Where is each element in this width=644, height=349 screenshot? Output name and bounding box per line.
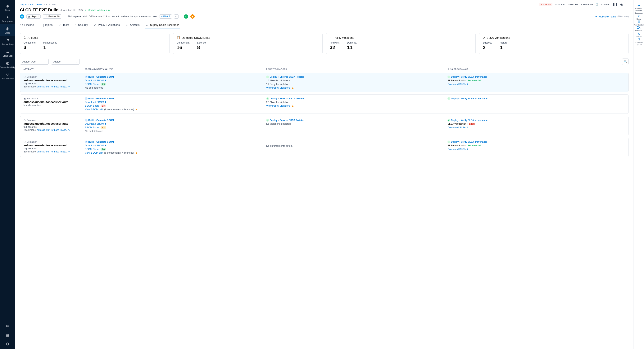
warning-icon: ▲ [292,104,294,107]
card-artifacts: ⬡ArtifactsContainers3Repositories1 [20,33,170,54]
page-title: CI CD FF E2E Build [20,8,58,13]
update-latest-link[interactable]: Update to latest run [88,9,110,12]
nav-item-generic1[interactable]: ▭ [0,321,15,330]
sbom-score-link[interactable]: SBOM Score [85,104,100,107]
nav-item-cloud-cost[interactable]: ☁Cloud Cost [0,47,15,59]
allow-violations: 10 Allow list violations [266,79,444,82]
enforce-step[interactable]: Enforce SSCA Policies [280,76,304,78]
repo-icon: ▣ [28,15,30,18]
repo-pill[interactable]: ▣Repo 1 [26,14,40,19]
tab-pipeline[interactable]: ⎔Pipeline [20,21,34,29]
edit-icon[interactable]: ✎ [68,85,70,88]
edit-icon[interactable]: ✎ [68,150,70,153]
tab-security[interactable]: ⌖Security [75,21,88,29]
download-sbom-link[interactable]: Download SBOM ⬇ [85,79,106,82]
view-drift-link[interactable]: View SBOM drift [85,151,103,154]
card-detected-sbom-drifts: 📋Detected SBOM DriftsComponent16License8 [173,33,322,54]
sbom-score-link[interactable]: SBOM Score [85,83,100,86]
artifact-select[interactable]: Artifact⌄ [51,59,80,65]
rail-policies[interactable]: ◎Policies [634,32,644,38]
download-sbom-link[interactable]: Download SBOM ⬇ [85,101,106,104]
deploy-step[interactable]: Deploy [270,97,277,100]
breadcrumb-builds[interactable]: Builds [36,3,43,6]
generate-step[interactable]: Generate SBOM [96,141,114,143]
download-sbom-link[interactable]: Download SBOM ⬇ [85,144,106,147]
view-violations-link[interactable]: View Policy Violations [266,104,290,107]
generate-step[interactable]: Generate SBOM [96,97,114,100]
rail-notify[interactable]: ✈Notify [634,14,644,20]
left-sidebar: ◆Home▲Deployments◉Builds⚑Feature Flags☁C… [0,0,15,349]
rail-advanced-options[interactable]: ⚙Advanced Options [634,38,644,46]
breadcrumb-project[interactable]: Project name [20,3,34,6]
warning-icon: ▲ [135,108,138,111]
user-avatar[interactable]: ◍ [20,14,24,19]
builds-icon: ◉ [0,26,15,31]
feature-pill[interactable]: ⎇Feature 10 [43,14,61,19]
nav-item-security-tests[interactable]: 🛡Security Tests [0,70,15,82]
deploy-step[interactable]: Deploy [451,76,458,78]
nav-item-deployments[interactable]: ▲Deployments [0,13,15,24]
nav-item-builds[interactable]: ◉Builds [0,24,15,36]
nav-item-generic2[interactable]: ▦ [0,330,15,340]
deploy-step[interactable]: Deploy [451,97,458,100]
summary-cards: ⬡ArtifactsContainers3Repositories1📋Detec… [20,33,629,54]
webhook-icon: ⟳ [595,15,597,18]
base-image-link[interactable]: autoscale/url-for-base-image.. [37,85,68,88]
sbom-score-link[interactable]: SBOM Score [85,148,100,151]
generate-step[interactable]: Generate SBOM [96,76,114,78]
download-sbom-link[interactable]: Download SBOM ⬇ [85,122,106,125]
step-success-icon: ✓ [448,119,450,122]
pause-button[interactable]: ❚❚ [612,3,618,6]
tab-inputs[interactable]: →]Inputs [40,21,53,29]
generate-step[interactable]: Generate SBOM [96,119,114,122]
verify-step[interactable]: Verify SLSA provenance [461,141,487,143]
build-step[interactable]: Build [88,141,94,143]
more-menu-button[interactable]: ⋮ [626,3,629,6]
feature-flags-icon: ⚑ [0,38,15,42]
tab-tests[interactable]: ☑Tests [58,21,69,29]
exec-dropdown[interactable]: ▾ [85,9,86,12]
rail-variables[interactable]: ΣxVariables [634,26,644,32]
base-image-link[interactable]: autoscale/url-for-base-image.. [37,150,68,153]
deploy-step[interactable]: Deploy [451,119,458,122]
variables-icon: Σx [634,26,644,29]
verify-step[interactable]: Verify SLSA provenance [461,119,487,122]
copy-button[interactable]: ⧉ [174,14,178,19]
nav-item-feature-flags[interactable]: ⚑Feature Flags [0,36,15,47]
stop-button[interactable]: ◉ [620,3,623,6]
build-step[interactable]: Build [88,76,94,78]
search-button[interactable]: 🔍 [622,58,629,65]
deploy-step[interactable]: Deploy [451,141,458,143]
verify-step[interactable]: Verify SLSA provenance [461,76,487,78]
view-violations-link[interactable]: View Policy Violations [266,86,290,89]
rail-flow-control[interactable]: ☰Flow Control [634,20,644,26]
clock-icon: 🕒 [596,3,598,6]
artifact-type-select[interactable]: Artifact type⌄ [20,59,49,65]
webhook-link[interactable]: Webhook name [598,15,616,18]
download-slsa-link[interactable]: Download SLSA ⬇ [448,126,468,129]
deploy-step[interactable]: Deploy [270,119,277,122]
rail-compare-versions[interactable]: ⇄Compare Versions [634,4,644,12]
chevron-down-icon: ⌄ [44,60,46,63]
view-drift-link[interactable]: View SBOM drift [85,108,103,111]
nav-item-service-reliability[interactable]: ◐Service Reliability [0,59,15,70]
tab-supply-chain-assurance[interactable]: 🛡Supply Chain Assurance [146,21,180,29]
sbom-score-link[interactable]: SBOM Score [85,126,100,129]
download-slsa-link[interactable]: Download SLSA ⬇ [448,148,468,151]
build-step[interactable]: Build [88,97,94,100]
commit-hash[interactable]: 438b6c2 [160,14,172,19]
deploy-step[interactable]: Deploy [270,76,277,78]
rail-codebase[interactable]: Codebase [634,12,644,14]
enforce-step[interactable]: Enforce SSCA Policies [280,119,304,122]
tab-artifacts[interactable]: ⬡Artifacts [126,21,140,29]
download-slsa-link[interactable]: Download SLSA ⬇ [448,83,468,86]
verify-step[interactable]: Verify SLSA provenance [461,97,487,100]
edit-icon[interactable]: ✎ [68,129,70,131]
nav-item-home[interactable]: ◆Home [0,2,15,13]
tab-policy-evaluations[interactable]: ✓Policy Evaluations [94,21,120,29]
base-image-link[interactable]: autoscale/url-for-base-image.. [37,129,68,131]
build-step[interactable]: Build [88,119,94,122]
enforce-step[interactable]: Enforce SSCA Policies [280,97,304,100]
nav-item-settings[interactable]: ⚙ [0,340,15,349]
notify-icon: ✈ [634,14,644,18]
